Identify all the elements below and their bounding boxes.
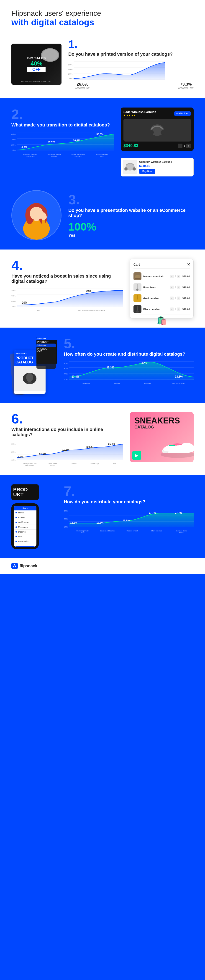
section2-left: 2. What made you transition to digital c… — [11, 108, 114, 177]
cart-item-2: Floor lamp - 1 + $20.00 — [134, 282, 190, 293]
cart-item-2-minus[interactable]: - — [170, 286, 174, 289]
catalog-cover-image: BIG SALES 40% OFF DIGITECH / CYBER MONDA… — [11, 44, 62, 85]
section-7: PRODUKT Share Home Explore Notifications — [0, 475, 205, 558]
logo-text: flipsnack — [20, 564, 37, 568]
cart-item-4-plus[interactable]: + — [177, 307, 180, 311]
cart-item-1-name: Modern armchair — [143, 275, 168, 278]
section4-number: 4. — [11, 259, 123, 272]
phone-menu-home[interactable]: Home — [14, 511, 36, 515]
cart-item-3-img — [134, 294, 142, 302]
sneakers-catalog-mockup: SNEAKERS CATALOG ▶ — [130, 412, 194, 462]
cart-item-1-qty: - 1 + — [170, 275, 181, 278]
cart-item-1-plus[interactable]: + — [177, 275, 180, 278]
logo-icon — [11, 563, 18, 569]
header-line1: Flipsnack users' experience — [11, 9, 101, 18]
section6-data-2: 12,9% — [39, 453, 46, 456]
section5-chart: 40% 30% 20% 10% — [64, 361, 194, 384]
section6-left: 6. What interactions do you include in o… — [11, 412, 123, 466]
phone-menu-discover[interactable]: Discover — [14, 530, 36, 535]
section5-xlabel-4: Every 3 months — [172, 382, 185, 384]
small-card-2-header: WHOLESALE — [36, 344, 56, 347]
section2-data-4: 33,3% — [96, 133, 103, 135]
svg-rect-30 — [135, 278, 140, 279]
phone-menu-notifications[interactable]: Notifications — [14, 520, 36, 525]
section4-y-labels: 80% 60% 40% 20% — [11, 290, 16, 308]
cart-item-2-qty: - 1 + — [170, 286, 181, 289]
section4-left: 4. Have you noticed a boost in sales sin… — [11, 259, 123, 318]
phone-screen: Share Home Explore Notifications Message… — [14, 506, 36, 547]
qty-minus[interactable]: - — [178, 143, 183, 148]
product2-info: Quantum Wireless Earbuds $340.41 Buy Now — [139, 161, 191, 174]
small-card-2-title: PRODUCTCAT... — [36, 347, 56, 353]
section3-answer-pct: 100% — [68, 221, 194, 233]
section6-wave-svg — [17, 442, 123, 460]
product-stars: ★★★★★ — [123, 114, 156, 117]
catalog-card-small2: WHOLESALE PRODUCTCAT... — [36, 344, 56, 369]
section2-data-2: 26,6% — [48, 140, 55, 143]
section6-xlabel-3: Videos — [68, 463, 80, 466]
cart-item-2-plus[interactable]: + — [177, 286, 180, 289]
section2-xlabel-3: Create interactive catalogs — [70, 153, 86, 157]
header-section: Flipsnack users' experience with digital… — [0, 0, 205, 34]
section2-y-labels: 40% 30% 20% 10% — [11, 133, 16, 151]
cart-item-4-minus[interactable]: - — [170, 307, 174, 311]
section6-xlabel-1: Photo galleries and Buy Buttons — [23, 463, 36, 466]
product-price: $340.83 — [123, 143, 138, 148]
answered-yes-pct: 73,3% — [178, 82, 194, 87]
cart-item-3-minus[interactable]: - — [170, 296, 174, 300]
section7-left: PRODUKT Share Home Explore Notifications — [11, 484, 57, 549]
section2-x-labels: Enhance website experience Dominate digi… — [18, 153, 114, 157]
section2-xlabel-4: Reduce printing cost — [94, 153, 110, 157]
cart-item-1-minus[interactable]: - — [170, 275, 174, 278]
section5-xlabel-3: Monthly — [141, 382, 155, 384]
section7-y-labels: 30% 20% 10% — [64, 510, 68, 528]
catalog-percent: 40% — [27, 60, 46, 67]
phone-menu-explore[interactable]: Explore — [14, 515, 36, 520]
play-button[interactable]: ▶ — [132, 451, 141, 460]
add-to-cart-button[interactable]: Add to Cart — [174, 111, 191, 116]
section4-yes-pct: 20% — [22, 301, 27, 304]
catalog-front-img — [14, 366, 46, 391]
section7-data-5: 27,7% — [175, 511, 182, 514]
section6-chart: 30% 20% 10% — [11, 442, 123, 466]
section6-data-1: 9,6% — [18, 456, 24, 458]
woman-circle-image — [11, 190, 62, 240]
cart-close-icon[interactable]: ✕ — [187, 262, 190, 267]
section5-data-3: 40% — [141, 361, 147, 364]
phone-menu-lists[interactable]: Lists — [14, 535, 36, 539]
cart-item-2-price: $20.00 — [182, 286, 190, 289]
phone-device: Share Home Explore Notifications Message… — [11, 503, 39, 549]
section4-chart: 80% 60% 40% 20% — [11, 288, 123, 312]
section7-xlabel-1: Share as printable links — [75, 530, 91, 533]
section2-data-1: 6,6% — [21, 146, 27, 149]
section2-chart: 40% 30% 20% 10% — [11, 132, 114, 157]
section-4: 4. Have you noticed a boost in sales sin… — [0, 250, 205, 328]
section1-chart: 60% 40% 20% 0% — [68, 61, 194, 89]
svg-point-10 — [161, 130, 165, 135]
phone-header: Share — [14, 506, 36, 511]
catalog-off: OFF — [27, 67, 46, 72]
qty-plus[interactable]: + — [186, 143, 191, 148]
section7-data-2: 13,8% — [96, 522, 103, 524]
section7-number: 7. — [64, 484, 194, 498]
section7-data-1: 13,8% — [70, 522, 77, 524]
section5-xlabel-2: Weekly — [110, 382, 124, 384]
cart-item-1-price: $50.00 — [182, 275, 190, 278]
cart-item-3-plus[interactable]: + — [177, 296, 180, 300]
section4-wave-svg — [17, 288, 123, 307]
section6-xlabel-4: Product Tags — [89, 463, 100, 466]
cart-item-3: Gold pendant - 1 + $15.00 — [134, 293, 190, 304]
small-card-1-header: WHOLESALE — [36, 337, 57, 340]
phone-menu-messages[interactable]: Messages — [14, 525, 36, 530]
buy-button[interactable]: Buy Now — [139, 169, 155, 174]
section4-x-labels: Yes Don't know / haven't measured — [18, 310, 123, 312]
section7-xlabel-2: Share as publish links — [99, 530, 115, 533]
section6-xlabel-5: Links — [109, 463, 118, 466]
phone-share-btn[interactable]: Share — [16, 546, 35, 547]
section6-question: What interactions do you include in onli… — [11, 427, 123, 438]
catalog-big-sales: BIG SALES — [27, 56, 46, 60]
svg-point-13 — [125, 167, 128, 170]
phone-menu-bookmarks[interactable]: Bookmarks — [14, 539, 36, 544]
section5-data-4: 13,3% — [175, 375, 183, 378]
svg-rect-31 — [137, 284, 138, 288]
